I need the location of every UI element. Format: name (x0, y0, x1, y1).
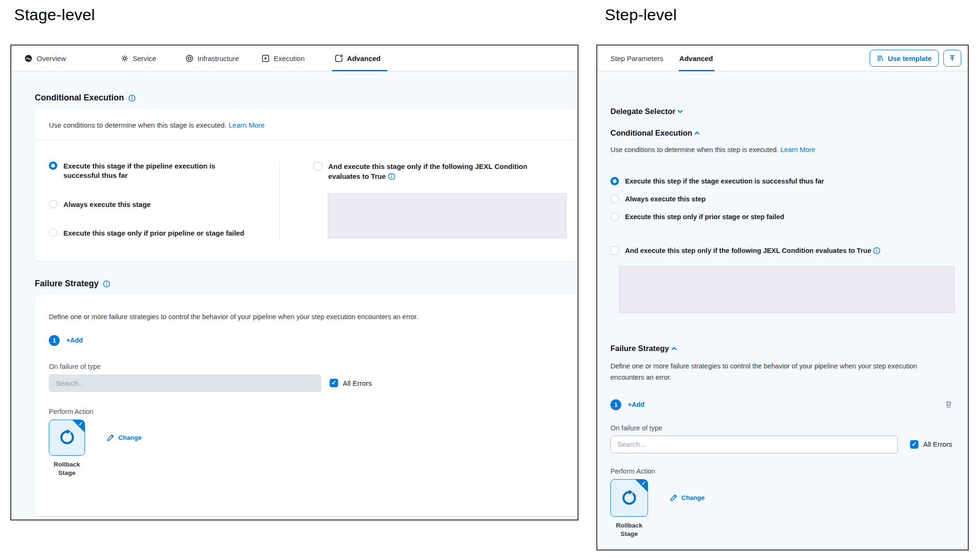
rollback-stage-caption: Rollback Stage (610, 521, 648, 538)
jexl-condition-column: And execute this stage only if the follo… (280, 161, 579, 240)
info-icon[interactable] (128, 94, 136, 102)
radio-button[interactable] (610, 213, 619, 221)
jexl-condition-label: And execute this stage only if the follo… (328, 161, 537, 181)
tab-label: Infrastructure (198, 54, 239, 62)
selected-check-icon: ✓ (78, 420, 83, 427)
strategy-count-badge[interactable]: 1 (610, 399, 621, 410)
jexl-condition-label: And execute this step only if the follow… (625, 246, 880, 255)
jexl-condition-input[interactable] (619, 266, 955, 313)
tab-advanced[interactable]: Advanced (679, 46, 713, 71)
tab-label: Step Parameters (610, 54, 664, 62)
conditional-execution-description-row: Use conditions to determine when this st… (610, 146, 955, 153)
failure-strategy-row[interactable]: Failure Strategy (610, 344, 955, 353)
change-action-link[interactable]: Change (107, 434, 142, 442)
failure-strategy-heading: Failure Strategy (35, 279, 99, 289)
delete-strategy-icon[interactable] (944, 400, 953, 409)
tab-overview[interactable]: Overview (24, 46, 66, 71)
perform-action-row: ✓ Change (49, 420, 579, 456)
perform-action-label: Perform Action (49, 408, 579, 415)
jexl-checkbox[interactable] (314, 162, 322, 170)
strategy-badge-row: 1 +Add (610, 399, 953, 410)
delegate-selector-heading: Delegate Selector (610, 107, 675, 116)
perform-action-row: ✓ Change (610, 479, 955, 517)
radio-button[interactable] (49, 229, 57, 237)
radio-always-execute[interactable]: Always execute this stage (49, 200, 268, 209)
chevron-up-icon[interactable] (671, 345, 678, 352)
radio-always-execute[interactable]: Always execute this step (610, 195, 955, 204)
learn-more-link[interactable]: Learn More (780, 146, 815, 153)
strategy-count-badge[interactable]: 1 (49, 335, 60, 346)
stage-panel: Overview Service Infrastructure Executio… (10, 45, 579, 520)
tab-step-parameters[interactable]: Step Parameters (610, 46, 664, 71)
strategy-badge-row: 1 +Add (49, 335, 579, 346)
step-panel: Step Parameters Advanced Use template De… (596, 45, 969, 550)
jexl-checkbox[interactable] (610, 246, 619, 255)
on-failure-label: On failure of type (610, 424, 955, 432)
all-errors-checkbox-row[interactable]: All Errors (330, 379, 372, 387)
failure-type-row: All Errors (49, 375, 579, 392)
jexl-condition-checkbox-row[interactable]: And execute this step only if the follow… (610, 246, 955, 255)
advanced-icon (335, 54, 343, 62)
info-icon[interactable] (873, 247, 880, 254)
stage-content: Conditional Execution Use conditions to … (11, 71, 578, 520)
info-icon[interactable] (388, 173, 395, 180)
info-icon[interactable] (103, 280, 110, 288)
radio-button[interactable] (610, 195, 619, 203)
failure-type-search-input[interactable] (49, 375, 321, 392)
radio-button[interactable] (49, 161, 57, 170)
add-strategy-button[interactable]: +Add (628, 401, 644, 408)
radio-button[interactable] (49, 200, 57, 208)
conditional-execution-row[interactable]: Conditional Execution (610, 129, 955, 138)
jexl-condition-input[interactable] (328, 193, 566, 238)
upload-button[interactable] (943, 50, 961, 67)
failure-strategy-heading: Failure Strategy (610, 344, 669, 353)
rollback-stage-tile[interactable]: ✓ (49, 420, 85, 456)
on-failure-label: On failure of type (49, 363, 579, 370)
radio-execute-if-failed[interactable]: Execute this stage only if prior pipelin… (49, 229, 268, 238)
tab-execution[interactable]: Execution (262, 46, 305, 71)
tab-service[interactable]: Service (121, 46, 156, 71)
conditional-execution-description: Use conditions to determine when this st… (49, 121, 227, 129)
jexl-condition-checkbox-row[interactable]: And execute this stage only if the follo… (314, 161, 579, 181)
chevron-down-icon[interactable] (677, 108, 684, 115)
failure-type-search-input[interactable] (610, 436, 898, 453)
radio-execute-if-successful[interactable]: Execute this step if the stage execution… (610, 177, 955, 186)
learn-more-link[interactable]: Learn More (229, 121, 265, 129)
delegate-selector-row[interactable]: Delegate Selector (610, 107, 955, 116)
overview-icon (24, 54, 32, 62)
chevron-up-icon[interactable] (694, 130, 701, 137)
pencil-icon (670, 494, 678, 502)
all-errors-checkbox[interactable] (330, 379, 338, 387)
conditional-execution-description: Use conditions to determine when this st… (610, 146, 779, 153)
step-content: Delegate Selector Conditional Execution … (597, 71, 968, 550)
tab-infrastructure[interactable]: Infrastructure (185, 46, 239, 71)
tab-advanced[interactable]: Advanced (335, 46, 381, 71)
selected-check-icon: ✓ (641, 480, 646, 487)
template-library-icon (877, 54, 884, 62)
tab-label: Execution (274, 54, 305, 62)
conditional-execution-heading: Conditional Execution (610, 129, 692, 138)
use-template-button[interactable]: Use template (870, 50, 939, 67)
stage-level-title: Stage-level (14, 6, 95, 24)
failure-type-row: All Errors (610, 436, 955, 453)
failure-strategy-card: Define one or more failure strategies to… (35, 294, 579, 516)
all-errors-checkbox[interactable] (910, 440, 918, 449)
step-tabbar: Step Parameters Advanced Use template (597, 46, 968, 71)
execution-icon (262, 54, 270, 62)
conditional-execution-description-row: Use conditions to determine when this st… (35, 108, 579, 139)
all-errors-checkbox-row[interactable]: All Errors (910, 440, 952, 449)
add-strategy-button[interactable]: +Add (66, 336, 83, 344)
radio-execute-if-successful[interactable]: Execute this stage if the pipeline execu… (49, 161, 268, 180)
stage-condition-radio-group: Execute this stage if the pipeline execu… (49, 161, 280, 240)
change-action-link[interactable]: Change (670, 494, 705, 502)
tab-label: Service (133, 54, 156, 62)
service-icon (121, 54, 129, 62)
failure-strategy-heading-row: Failure Strategy (35, 279, 578, 289)
conditional-execution-body: Execute this stage if the pipeline execu… (35, 140, 579, 261)
conditional-execution-heading: Conditional Execution (35, 93, 124, 103)
step-tab-actions: Use template (870, 50, 961, 67)
rollback-stage-tile[interactable]: ✓ (610, 479, 648, 517)
radio-button[interactable] (610, 177, 619, 185)
radio-execute-if-failed[interactable]: Execute this step only if prior stage or… (610, 213, 955, 222)
conditional-execution-heading-row: Conditional Execution (35, 93, 578, 103)
